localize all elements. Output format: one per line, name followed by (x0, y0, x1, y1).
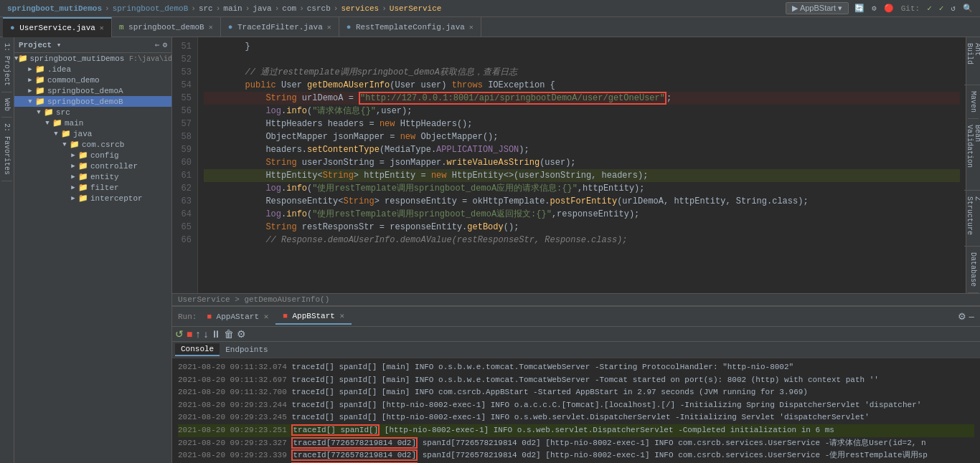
stop-button[interactable]: ■ (187, 328, 192, 340)
main-content-area: 1: Project Web 2: Favorites Project ▾ ⇐ … (0, 37, 980, 463)
breadcrumb-part[interactable]: springboot_demoB (113, 4, 189, 13)
code-line-58: ObjectMapper jsonMapper = new ObjectMapp… (204, 130, 960, 143)
tree-item-java[interactable]: ▼ 📁 java (14, 128, 171, 139)
log-line: 2021-08-20 09:11:32.697 traceId[] spanId… (178, 374, 974, 387)
folder-icon: 📁 (34, 75, 46, 85)
tab-traceid-filter[interactable]: ● TraceIdFilter.java ✕ (221, 17, 339, 37)
code-line-63: ResponseEntity<String> responseEntity = … (204, 195, 960, 208)
filter-button[interactable]: ⚙ (237, 328, 246, 340)
tree-item-src[interactable]: ▼ 📁 src (14, 107, 171, 118)
git-check-icon[interactable]: ✓ (927, 4, 932, 13)
settings-icon[interactable]: ⚙ (162, 40, 167, 49)
tree-item-comcsrcb[interactable]: ▼ 📁 com.csrcb (14, 139, 171, 150)
sidebar-label-web[interactable]: Web (1, 92, 12, 118)
tab-userservice[interactable]: ● UserService.java ✕ (3, 17, 112, 37)
file-tree: ▼ 📁 springboot_mutiDemos F:\java\idea-wo… (14, 53, 171, 463)
minimize-button[interactable]: – (969, 311, 974, 322)
clear-button[interactable]: 🗑 (224, 328, 234, 340)
tree-item-interceptor[interactable]: ▶ 📁 interceptor (14, 193, 171, 204)
console-output[interactable]: 2021-08-20 09:11:32.074 traceId[] spanId… (172, 358, 980, 463)
toolbar-icon[interactable]: 🔄 (854, 4, 864, 13)
bean-validation-panel[interactable]: Bean Validation (964, 119, 981, 191)
code-line-60: String userJsonString = jsonMapper.write… (204, 156, 960, 169)
breadcrumb-part[interactable]: main (223, 4, 242, 13)
close-tab-icon[interactable]: ✕ (264, 312, 269, 321)
toolbar-icon[interactable]: ⚙ (872, 4, 877, 13)
tree-item-filter[interactable]: ▶ 📁 filter (14, 182, 171, 193)
breadcrumb-part[interactable]: src (199, 4, 213, 13)
search-icon[interactable]: 🔍 (963, 4, 973, 13)
app-window: springboot_mutiDemos › springboot_demoB … (0, 0, 980, 463)
breadcrumb-part[interactable]: springboot_mutiDemos (7, 4, 102, 13)
tree-item-label: springboot_demoB (47, 97, 123, 106)
tree-arrow: ▶ (69, 194, 77, 202)
close-tab-icon[interactable]: ✕ (327, 23, 331, 32)
log-line: 2021-08-20 09:11:32.700 traceId[] spanId… (178, 386, 974, 399)
code-line-51: } (204, 40, 960, 53)
folder-icon: 📁 (77, 161, 89, 171)
code-editor[interactable]: 51 52 53 54 55 56 57 58 59 60 61 62 63 6… (172, 37, 966, 293)
top-breadcrumb-bar: springboot_mutiDemos › springboot_demoB … (0, 0, 980, 17)
tree-item-demoa[interactable]: ▶ 📁 springboot_demoA (14, 85, 171, 96)
code-area[interactable]: } // 通过resttemplate调用springboot_demoA获取信… (198, 37, 966, 293)
code-line-56: log.info("请求体信息{}",user); (204, 105, 960, 118)
tree-arrow: ▶ (26, 76, 34, 84)
console-tab-endpoints[interactable]: Endpoints (220, 344, 273, 355)
settings-button[interactable]: ⚙ (958, 311, 966, 322)
folder-icon: 📁 (69, 140, 80, 149)
run-button[interactable]: ▶ AppBStart ▾ (786, 2, 849, 14)
tree-item-entity[interactable]: ▶ 📁 entity (14, 171, 171, 182)
tree-item-controller[interactable]: ▶ 📁 controller (14, 161, 171, 171)
close-tab-icon[interactable]: ✕ (209, 23, 213, 32)
run-tab-appastart[interactable]: ■ AppAStart ✕ (199, 309, 275, 324)
tree-item-label: springboot_demoA (47, 87, 123, 95)
sidebar-label-favorites[interactable]: 2: Favorites (1, 118, 12, 181)
folder-icon: 📁 (43, 108, 55, 117)
breadcrumb-part[interactable]: UserService (390, 4, 442, 13)
scroll-down-button[interactable]: ↓ (203, 328, 208, 340)
breadcrumb-part[interactable]: com (282, 4, 296, 13)
run-toolbar: ↺ ■ ↑ ↓ ⏸ 🗑 ⚙ (172, 327, 980, 342)
tree-item-label: java (73, 130, 92, 138)
code-line-66: // Response.demoAUserInfo.demoAValue(res… (204, 234, 960, 247)
tab-springboot-demob[interactable]: m springboot_demoB ✕ (112, 17, 221, 37)
tree-item-common-demo[interactable]: ▶ 📁 common_demo (14, 75, 171, 85)
database-panel[interactable]: Database (968, 247, 979, 293)
run-panel: Run: ■ AppAStart ✕ ■ AppBStart ✕ ⚙ – ↺ ■ (172, 305, 980, 463)
breadcrumb-part[interactable]: csrcb (307, 4, 331, 13)
folder-icon: 📁 (34, 97, 46, 106)
tree-item-main[interactable]: ▼ 📁 main (14, 118, 171, 128)
breadcrumb-part[interactable]: java (253, 4, 271, 13)
maven-panel[interactable]: Maven (968, 85, 979, 119)
scroll-up-button[interactable]: ↑ (195, 328, 200, 340)
folder-icon: 📁 (77, 183, 89, 192)
folder-icon: 📁 (18, 54, 28, 63)
tree-item-label: springboot_mutiDemos F:\java\idea-worksp… (29, 54, 171, 63)
collapse-all-icon[interactable]: ⇐ (155, 40, 160, 49)
close-tab-icon[interactable]: ✕ (100, 24, 104, 32)
code-breadcrumb: UserService > getDemoAUserInfo() (172, 293, 980, 305)
run-tab-appbstart[interactable]: ■ AppBStart ✕ (275, 308, 352, 325)
close-tab-icon[interactable]: ✕ (340, 312, 345, 320)
toolbar-icon[interactable]: 🔴 (884, 4, 894, 13)
tree-item-root[interactable]: ▼ 📁 springboot_mutiDemos F:\java\idea-wo… (14, 53, 171, 64)
sidebar-label-project[interactable]: 1: Project (1, 37, 12, 92)
tree-item-idea[interactable]: ▶ 📁 .idea (14, 64, 171, 75)
console-tab-console[interactable]: Console (175, 343, 220, 356)
ant-build-panel[interactable]: Ant Build (964, 37, 981, 85)
tab-resttemplate-config[interactable]: ● RestTemplateConfig.java ✕ (339, 17, 481, 37)
rerun-button[interactable]: ↺ (175, 328, 184, 340)
pause-button[interactable]: ⏸ (211, 328, 221, 340)
console-tab-bar: Console Endpoints (172, 342, 980, 358)
tree-arrow: ▼ (60, 141, 69, 148)
tree-item-label: .idea (47, 65, 71, 74)
git-check-icon[interactable]: ✓ (939, 4, 944, 13)
git-undo-icon[interactable]: ↺ (951, 4, 956, 13)
tree-item-config[interactable]: ▶ 📁 config (14, 150, 171, 161)
z-structure-panel[interactable]: Z Structure (964, 191, 981, 247)
tree-item-demob[interactable]: ▼ 📁 springboot_demoB (14, 96, 171, 107)
tree-arrow: ▶ (69, 183, 77, 191)
code-line-62: log.info("使用restTemplate调用springboot_dem… (204, 182, 960, 195)
close-tab-icon[interactable]: ✕ (469, 23, 473, 32)
breadcrumb-part[interactable]: services (341, 4, 379, 13)
